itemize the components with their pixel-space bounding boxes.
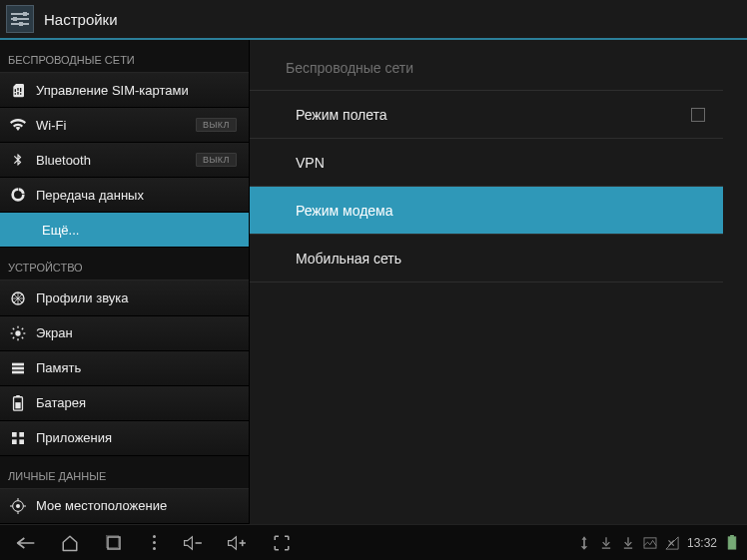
sidebar-item-label: Управление SIM-картами (36, 83, 241, 98)
svg-rect-18 (12, 439, 17, 444)
image-notification-icon (641, 534, 659, 552)
system-nav-bar: 13:32 (0, 524, 747, 560)
sidebar-item-location[interactable]: Мое местоположение (0, 489, 249, 524)
recent-apps-button[interactable] (94, 528, 134, 558)
nav-left-group (6, 528, 302, 558)
section-header-personal: ЛИЧНЫЕ ДАННЫЕ (0, 456, 249, 489)
status-bar[interactable]: 13:32 (575, 534, 741, 552)
sidebar-item-apps[interactable]: Приложения (0, 421, 249, 456)
svg-point-1 (15, 330, 20, 335)
sidebar-item-battery[interactable]: Батарея (0, 386, 249, 421)
svg-line-7 (22, 336, 23, 337)
battery-icon (8, 393, 28, 413)
back-button[interactable] (6, 528, 46, 558)
main-item-label: Режим полета (296, 107, 691, 123)
main-panel-header: Беспроводные сети (250, 40, 723, 90)
toggle-badge-off[interactable]: ВЫКЛ (196, 118, 237, 132)
svg-line-6 (13, 327, 14, 328)
main-item-airplane[interactable]: Режим полета (250, 91, 723, 139)
svg-rect-11 (12, 366, 24, 369)
usb-icon (575, 534, 593, 552)
sim-icon (8, 80, 28, 100)
sidebar-item-storage[interactable]: Память (0, 351, 249, 386)
svg-rect-12 (12, 370, 24, 373)
sound-icon (8, 288, 28, 308)
svg-line-8 (13, 336, 14, 337)
sidebar-item-sim[interactable]: Управление SIM-картами (0, 73, 249, 108)
main-item-tethering[interactable]: Режим модема (250, 187, 723, 235)
display-icon (8, 323, 28, 343)
wifi-icon (8, 115, 28, 135)
main-item-mobile-network[interactable]: Мобильная сеть (250, 235, 723, 282)
main-item-label: VPN (296, 155, 705, 171)
section-header-wireless: БЕСПРОВОДНЫЕ СЕТИ (0, 40, 249, 73)
sidebar-item-label: Профили звука (36, 290, 241, 305)
status-clock: 13:32 (685, 536, 719, 550)
settings-app-icon (6, 5, 34, 33)
sidebar-item-label: Батарея (36, 395, 241, 410)
location-icon (8, 496, 28, 516)
toggle-badge-off[interactable]: ВЫКЛ (196, 153, 237, 167)
svg-rect-15 (15, 402, 20, 408)
action-bar: Настройки (0, 0, 747, 40)
apps-icon (8, 428, 28, 448)
sidebar-item-label: Ещё... (36, 223, 241, 238)
sidebar-item-label: Мое местоположение (36, 498, 241, 513)
sidebar-item-sound[interactable]: Профили звука (0, 280, 249, 315)
sidebar-item-label: Приложения (36, 430, 241, 445)
svg-rect-35 (730, 535, 734, 537)
sidebar-item-wifi[interactable]: Wi-Fi ВЫКЛ (0, 108, 249, 143)
screenshot-button[interactable] (262, 528, 302, 558)
svg-rect-16 (12, 432, 17, 437)
action-bar-title: Настройки (44, 11, 118, 28)
sidebar-item-label: Экран (36, 325, 241, 340)
svg-point-20 (16, 504, 20, 508)
storage-icon (8, 358, 28, 378)
svg-rect-19 (19, 439, 24, 444)
signal-none-icon (663, 534, 681, 552)
main-item-label: Режим модема (296, 203, 705, 219)
settings-sidebar: БЕСПРОВОДНЫЕ СЕТИ Управление SIM-картами… (0, 40, 250, 524)
svg-rect-10 (12, 362, 24, 365)
blank-icon (8, 220, 28, 240)
menu-button[interactable] (138, 528, 170, 558)
volume-down-button[interactable] (174, 528, 214, 558)
download-icon (597, 534, 615, 552)
svg-rect-17 (19, 432, 24, 437)
svg-rect-14 (16, 395, 20, 397)
home-button[interactable] (50, 528, 90, 558)
sidebar-item-data-usage[interactable]: Передача данных (0, 178, 249, 213)
svg-line-9 (22, 327, 23, 328)
volume-up-button[interactable] (218, 528, 258, 558)
sidebar-item-label: Память (36, 360, 241, 375)
main-item-vpn[interactable]: VPN (250, 139, 723, 187)
main-panel: Беспроводные сети Режим полета VPN Режим… (250, 40, 747, 524)
battery-status-icon (723, 534, 741, 552)
checkbox-unchecked[interactable] (691, 108, 705, 122)
section-header-device: УСТРОЙСТВО (0, 248, 249, 280)
sidebar-item-display[interactable]: Экран (0, 316, 249, 351)
svg-rect-34 (728, 537, 736, 549)
sidebar-item-more[interactable]: Ещё... (0, 213, 249, 248)
sidebar-item-label: Wi-Fi (36, 118, 196, 133)
data-usage-icon (8, 185, 28, 205)
download-icon (619, 534, 637, 552)
sidebar-item-bluetooth[interactable]: Bluetooth ВЫКЛ (0, 143, 249, 178)
sidebar-item-label: Передача данных (36, 188, 241, 203)
main-item-label: Мобильная сеть (296, 251, 705, 267)
bluetooth-icon (8, 150, 28, 170)
sidebar-item-label: Bluetooth (36, 153, 196, 168)
